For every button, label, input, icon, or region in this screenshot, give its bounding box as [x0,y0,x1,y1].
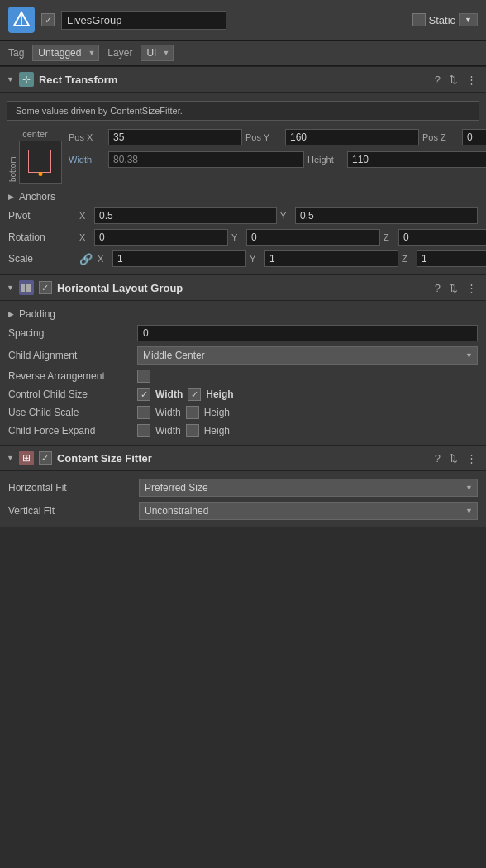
static-row: Static [412,13,478,26]
rt-header-buttons: ? ⇅ ⋮ [432,73,479,87]
control-height-checkbox[interactable] [188,388,201,401]
static-label: Static [429,14,456,26]
rot-y-label: Y [231,232,243,242]
pivot-y-input[interactable] [295,207,478,224]
hlg-body: ▶ Padding Spacing Child Alignment Middle… [0,301,486,445]
tag-layer-row: Tag Untagged Layer UI [0,41,486,66]
rt-help-icon[interactable]: ? [432,73,443,87]
control-width-checkbox[interactable] [137,388,150,401]
rt-settings-icon[interactable]: ⇅ [446,73,460,87]
rotation-row: Rotation X Y Z [0,227,486,248]
padding-triangle: ▶ [8,310,14,318]
anchor-inner-box [28,150,51,173]
rot-z-input[interactable] [398,229,486,246]
horizontal-fit-select[interactable]: Preferred Size [139,479,478,497]
anchor-center-label: center [22,129,48,139]
scale-z-input[interactable] [417,250,486,267]
hlg-help-icon[interactable]: ? [432,281,443,295]
csf-active-checkbox[interactable] [39,451,52,465]
pos-y-input[interactable] [285,129,419,145]
scale-x-label: X [98,254,109,264]
force-height-checkbox[interactable] [186,424,199,437]
vertical-fit-label: Vertical Fit [8,505,132,517]
spacing-row: Spacing [0,322,486,344]
layer-select-wrap[interactable]: UI [141,45,174,61]
child-alignment-select-wrap[interactable]: Middle Center [137,346,478,365]
pos-x-label: Pos X [69,132,105,142]
csf-settings-icon[interactable]: ⇅ [446,451,460,465]
rotation-label: Rotation [8,231,74,243]
use-scale-width-checkbox[interactable] [137,406,150,419]
scale-y-label: Y [250,254,261,264]
use-scale-height-label: Heigh [204,407,230,418]
hlg-title: Horizontal Layout Group [57,282,427,294]
pivot-y-label: Y [280,211,292,221]
object-active-checkbox[interactable] [41,13,55,26]
tag-select-wrap[interactable]: Untagged [32,45,99,61]
horizontal-fit-select-wrap[interactable]: Preferred Size [139,479,478,497]
layer-label: Layer [107,47,132,59]
rot-x-input[interactable] [94,229,228,246]
scale-z-label: Z [402,254,413,264]
anchor-preview[interactable] [19,141,62,184]
rt-info-msg: Some values driven by ContentSizeFitter. [7,101,479,121]
rt-triangle: ▼ [7,75,14,83]
layer-select[interactable]: UI [141,45,174,61]
scale-link-icon[interactable]: 🔗 [79,253,93,265]
height-input[interactable] [347,151,486,168]
anchors-row[interactable]: ▶ Anchors [0,188,486,205]
pivot-x-label: X [79,211,91,221]
hlg-header[interactable]: ▼ Horizontal Layout Group ? ⇅ ⋮ [0,274,486,301]
rt-grid: center bottom Pos X Pos Y Pos Z [0,124,486,188]
use-scale-height-checkbox[interactable] [186,406,199,419]
pos-x-input[interactable] [108,129,242,145]
child-alignment-row: Child Alignment Middle Center [0,344,486,367]
tag-select[interactable]: Untagged [32,45,99,61]
pos-y-label: Pos Y [245,132,282,142]
object-name-input[interactable] [61,11,226,30]
rt-body: Some values driven by ContentSizeFitter.… [0,93,486,274]
rect-transform-header[interactable]: ▼ ⊹ Rect Transform ? ⇅ ⋮ [0,66,486,93]
unity-icon [8,7,35,33]
pos-z-input[interactable] [462,129,486,145]
rot-x-label: X [79,232,91,242]
width-input[interactable] [108,151,304,168]
static-dropdown[interactable] [459,13,478,26]
pivot-xyz: X Y [79,207,478,224]
rot-y-input[interactable] [246,229,380,246]
size-row: Width Height ⊡ R [69,148,486,171]
horizontal-fit-row: Horizontal Fit Preferred Size [0,476,486,499]
pivot-x-input[interactable] [94,207,277,224]
padding-row[interactable]: ▶ Padding [0,306,486,322]
scale-xyz: X Y Z [98,250,486,267]
vertical-fit-select[interactable]: Unconstrained [139,502,478,520]
scale-x-input[interactable] [112,250,246,267]
reverse-arrangement-row: Reverse Arrangement [0,367,486,385]
width-label: Width [69,155,105,165]
hlg-settings-icon[interactable]: ⇅ [446,281,460,295]
csf-body: Horizontal Fit Preferred Size Vertical F… [0,471,486,527]
reverse-arrangement-checkbox[interactable] [137,370,150,383]
rt-menu-icon[interactable]: ⋮ [464,73,479,87]
tag-label: Tag [8,47,24,59]
height-label: Height [307,155,344,165]
anchors-triangle: ▶ [8,193,14,201]
csf-icon: ⊞ [19,451,34,465]
vertical-fit-select-wrap[interactable]: Unconstrained [139,502,478,520]
csf-header[interactable]: ▼ ⊞ Content Size Fitter ? ⇅ ⋮ [0,445,486,471]
hlg-triangle: ▼ [7,284,14,292]
static-checkbox[interactable] [412,13,426,26]
csf-menu-icon[interactable]: ⋮ [464,451,479,465]
hlg-menu-icon[interactable]: ⋮ [464,281,479,295]
use-child-scale-row: Use Child Scale Width Heigh [0,403,486,422]
pos-z-label: Pos Z [422,132,459,142]
child-alignment-select[interactable]: Middle Center [137,346,478,365]
hlg-active-checkbox[interactable] [39,281,52,294]
child-alignment-label: Child Alignment [8,350,132,361]
force-width-checkbox[interactable] [137,424,150,437]
spacing-input[interactable] [137,325,478,341]
scale-y-input[interactable] [264,250,398,267]
force-height-label: Heigh [204,425,230,436]
csf-help-icon[interactable]: ? [432,451,443,465]
rt-title: Rect Transform [39,74,427,86]
